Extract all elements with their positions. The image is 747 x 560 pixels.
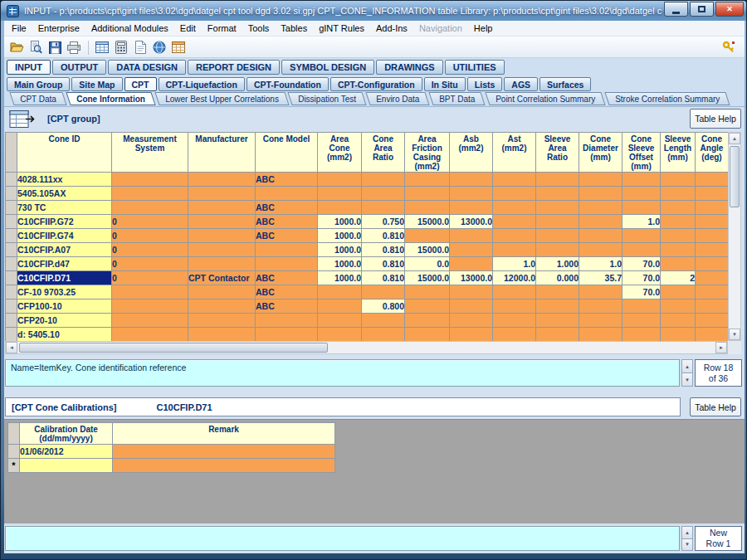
cell-measurement-system[interactable] xyxy=(112,314,188,328)
save-icon[interactable] xyxy=(46,38,64,56)
cell-cone-model[interactable]: ABC xyxy=(256,173,318,187)
key-icon[interactable] xyxy=(720,38,738,56)
cell-remark[interactable] xyxy=(113,459,335,473)
cell-area-cone-mm2[interactable] xyxy=(318,299,362,314)
row-selector[interactable] xyxy=(6,215,17,229)
cell-cone-model[interactable]: ABC xyxy=(256,271,318,285)
minimize-button[interactable] xyxy=(664,2,688,17)
cell-sleeve-length-mm[interactable] xyxy=(661,285,696,299)
tab-symbol-design[interactable]: SYMBOL DESIGN xyxy=(281,60,374,75)
cell-cone-area-ratio[interactable]: 0.810 xyxy=(362,243,405,257)
cell-cone-area-ratio[interactable]: 0.810 xyxy=(362,271,405,285)
cell-manufacturer[interactable] xyxy=(188,257,256,271)
cell-asb-mm2[interactable] xyxy=(450,173,493,187)
cell-cone-model[interactable]: ABC xyxy=(256,229,318,243)
cell-asb-mm2[interactable] xyxy=(450,285,493,299)
cell-sleeve-area-ratio[interactable] xyxy=(536,314,579,328)
cell-sleeve-area-ratio[interactable] xyxy=(536,173,579,187)
cell-cone-id[interactable]: CFP100-10 xyxy=(17,299,112,314)
menu-item-add-ins[interactable]: Add-Ins xyxy=(370,22,413,35)
cell-cone-sleeve-offset-mm[interactable]: 70.0 xyxy=(622,257,661,271)
column-header-cone-model[interactable]: Cone Model xyxy=(256,133,318,173)
cell-cone-angle-deg[interactable] xyxy=(696,285,729,299)
cell-cone-id[interactable]: C10CFIP.d47 xyxy=(17,257,112,271)
cell-cone-angle-deg[interactable] xyxy=(696,215,729,229)
cell-manufacturer[interactable] xyxy=(188,285,256,299)
cell-cone-angle-deg[interactable] xyxy=(696,173,729,187)
cell-cone-angle-deg[interactable] xyxy=(696,187,729,201)
row-selector[interactable] xyxy=(6,257,17,271)
cell-cone-model[interactable] xyxy=(256,328,318,342)
column-header-cone-area-ratio[interactable]: Cone Area Ratio xyxy=(362,133,405,173)
cell-calibration-date[interactable] xyxy=(20,459,113,473)
tab-cpt-data[interactable]: CPT Data xyxy=(9,92,66,105)
cell-asb-mm2[interactable]: 13000.0 xyxy=(450,271,493,285)
cell-asb-mm2[interactable] xyxy=(450,229,493,243)
cell-area-friction-casing-mm2[interactable] xyxy=(405,299,450,314)
cell-cone-diameter-mm[interactable] xyxy=(579,187,622,201)
tab-cpt-foundation[interactable]: CPT-Foundation xyxy=(247,77,329,91)
cell-sleeve-area-ratio[interactable] xyxy=(536,215,579,229)
cell-cone-area-ratio[interactable] xyxy=(362,201,405,215)
next-record-button[interactable]: ▼ xyxy=(681,539,693,552)
tab-cpt-liquefaction[interactable]: CPT-Liquefaction xyxy=(159,77,245,91)
cell-cone-model[interactable]: ABC xyxy=(256,285,318,299)
cell-calibration-date[interactable]: 01/06/2012 xyxy=(20,445,113,459)
cell-cone-area-ratio[interactable]: 0.750 xyxy=(362,215,405,229)
cell-measurement-system[interactable]: 0 xyxy=(112,257,188,271)
cell-asb-mm2[interactable] xyxy=(450,187,493,201)
cell-area-friction-casing-mm2[interactable] xyxy=(405,229,450,243)
cell-sleeve-length-mm[interactable] xyxy=(661,314,696,328)
column-header-manufacturer[interactable]: Manufacturer xyxy=(188,133,256,173)
vertical-scrollbar-thumb[interactable] xyxy=(730,146,740,207)
tab-point-correlation-summary[interactable]: Point Correlation Summary xyxy=(485,92,605,105)
cell-ast-mm2[interactable] xyxy=(493,314,536,328)
cell-cone-angle-deg[interactable] xyxy=(696,299,729,314)
cell-sleeve-area-ratio[interactable] xyxy=(536,201,579,215)
tab-lower-best-upper-correlations[interactable]: Lower Best Upper Correlations xyxy=(154,92,289,105)
cell-cone-angle-deg[interactable] xyxy=(696,314,729,328)
cell-asb-mm2[interactable] xyxy=(450,328,493,342)
calibrations-table-help-button[interactable]: Table Help xyxy=(690,397,741,416)
cell-ast-mm2[interactable] xyxy=(493,201,536,215)
scroll-up-button[interactable]: ▲ xyxy=(729,133,740,144)
cell-measurement-system[interactable] xyxy=(112,201,188,215)
column-header-sleeve-length-mm[interactable]: Sleeve Length (mm) xyxy=(661,133,696,173)
cell-measurement-system[interactable]: 0 xyxy=(112,243,188,257)
cell-cone-id[interactable]: CF-10 9703.25 xyxy=(17,285,112,299)
menu-item-navigation[interactable]: Navigation xyxy=(413,22,468,35)
cell-sleeve-length-mm[interactable] xyxy=(661,257,696,271)
row-selector[interactable] xyxy=(6,328,17,342)
cell-measurement-system[interactable]: 0 xyxy=(112,271,188,285)
row-selector[interactable] xyxy=(8,445,20,459)
column-header-area-cone-mm2[interactable]: Area Cone (mm2) xyxy=(318,133,362,173)
cell-asb-mm2[interactable] xyxy=(450,299,493,314)
title-bar[interactable]: INPUT - p:\products\cpt\gint files\3.02\… xyxy=(1,1,746,21)
cell-remark[interactable] xyxy=(113,445,335,459)
cell-area-cone-mm2[interactable]: 1000.0 xyxy=(318,229,362,243)
cell-cone-id[interactable]: 5405.105AX xyxy=(17,187,112,201)
row-selector[interactable]: * xyxy=(8,459,20,473)
column-header-ast-mm2[interactable]: Ast (mm2) xyxy=(493,133,536,173)
scroll-right-button[interactable]: ► xyxy=(715,342,727,353)
cell-area-cone-mm2[interactable]: 1000.0 xyxy=(318,271,362,285)
cell-ast-mm2[interactable] xyxy=(493,328,536,342)
row-selector[interactable] xyxy=(6,201,17,215)
tab-cpt[interactable]: CPT xyxy=(124,77,157,91)
row-selector[interactable] xyxy=(6,314,17,328)
tab-enviro-data[interactable]: Enviro Data xyxy=(366,92,430,105)
menu-item-additional-modules[interactable]: Additional Modules xyxy=(85,22,174,35)
cell-sleeve-length-mm[interactable] xyxy=(661,201,696,215)
cell-cone-diameter-mm[interactable] xyxy=(579,201,622,215)
cell-ast-mm2[interactable] xyxy=(493,285,536,299)
cell-area-friction-casing-mm2[interactable]: 15000.0 xyxy=(405,271,450,285)
cell-area-friction-casing-mm2[interactable]: 0.0 xyxy=(405,257,450,271)
print-preview-icon[interactable] xyxy=(27,38,45,56)
cell-area-friction-casing-mm2[interactable] xyxy=(405,314,450,328)
cell-area-cone-mm2[interactable]: 1000.0 xyxy=(318,215,362,229)
cell-cone-id[interactable]: 730 TC xyxy=(17,201,112,215)
tab-drawings[interactable]: DRAWINGS xyxy=(376,60,443,75)
cell-sleeve-length-mm[interactable] xyxy=(661,299,696,314)
cell-sleeve-length-mm[interactable] xyxy=(661,243,696,257)
tab-bpt-data[interactable]: BPT Data xyxy=(429,92,486,105)
